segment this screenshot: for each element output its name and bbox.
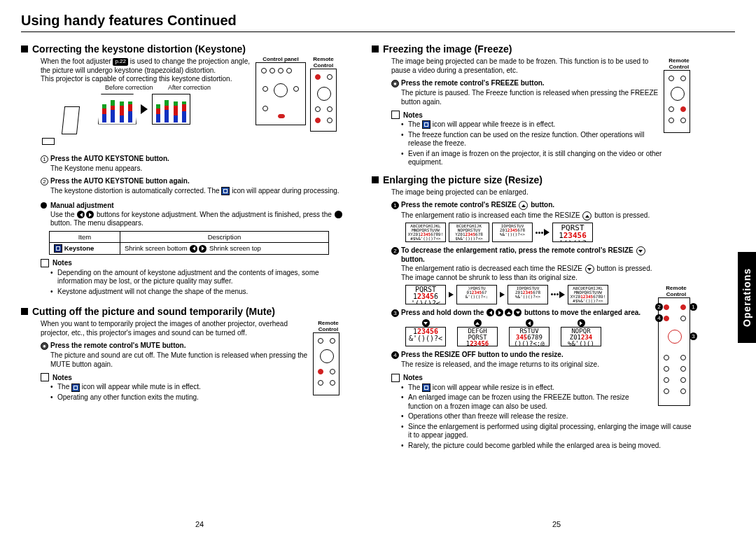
page-numbers: 24 25 xyxy=(21,520,735,528)
resize-notes: The icon will appear while resize is in … xyxy=(401,384,694,451)
page-ref-badge: p.22 xyxy=(113,58,128,66)
resize-intro: The image being projected can be enlarge… xyxy=(391,188,694,197)
resize-up-icon xyxy=(582,211,592,220)
mute-intro: When you want to temporarily project the… xyxy=(41,320,314,337)
keystone-correction-illustration: Before correction After correction xyxy=(42,84,344,150)
remote-label-2: Remote Control xyxy=(313,320,344,332)
left-button-icon xyxy=(77,211,85,218)
freeze-heading: Freezing the image (Freeze) xyxy=(372,43,694,55)
down-button-icon xyxy=(422,319,430,327)
left-button-icon xyxy=(486,309,494,316)
right-button-icon xyxy=(199,245,206,253)
mute-status-icon xyxy=(71,384,80,392)
resize-enlarge-illustration: ABCDEFGHIJKLMNOPQRSTUVWXYZ0123456789!#$%… xyxy=(405,223,654,242)
resize-shrink-illustration: PQRST123456'()()?< )PQRSTU01234567&'()()… xyxy=(405,285,654,304)
resize-down-icon xyxy=(585,265,594,274)
down-button-icon xyxy=(514,309,522,316)
remote-label-1: Remote Control xyxy=(310,56,337,69)
resize-up-icon xyxy=(519,201,528,210)
resize-step-4: 4 Press the RESIZE OFF button to undo th… xyxy=(391,351,654,359)
freeze-notes-head: Notes xyxy=(391,111,659,119)
remote-label-3: Remote Control xyxy=(664,57,694,70)
resize-down-icon xyxy=(636,246,645,255)
remote-label-4: Remote Control xyxy=(658,285,694,297)
keystone-step-2: 2 Press the AUTO KEYSTONE button again. xyxy=(41,177,344,185)
mute-step-1: ● Press the remote control's MUTE button… xyxy=(41,342,309,350)
page-title: Using handy features Continued xyxy=(21,13,735,32)
resize-status-icon xyxy=(422,384,430,392)
left-button-icon xyxy=(526,319,533,327)
arrow-right-icon xyxy=(141,104,148,114)
right-button-icon xyxy=(578,319,585,327)
freeze-intro: The image being projected can be made to… xyxy=(391,57,657,75)
resize-heading: Enlarging the picture size (Resize) xyxy=(372,174,694,185)
manual-adjustment-head: Manual adjustment xyxy=(41,202,344,209)
keystone-item-icon xyxy=(54,244,62,253)
left-button-icon xyxy=(190,245,197,253)
keystone-intro: When the foot adjuster p.22 is used to c… xyxy=(41,57,251,84)
resize-move-illustration: 123456&'()()?< DEFGHPQRST123456 RSTUV345… xyxy=(405,319,654,347)
mute-heading: Cutting off the picture and sound tempor… xyxy=(21,306,344,317)
mute-notes-head: Notes xyxy=(41,373,309,381)
freeze-notes: The icon will appear while freeze is in … xyxy=(401,120,694,167)
keystone-notes: Depending on the amount of keystone adju… xyxy=(50,269,344,297)
resize-step-1: 1 Press the remote control's RESIZE butt… xyxy=(391,201,654,210)
keystone-notes-head: Notes xyxy=(41,259,344,267)
keystone-status-icon xyxy=(221,187,230,195)
keystone-step-1: 1 Press the AUTO KEYSTONE button. xyxy=(41,155,344,163)
mute-notes: The icon will appear while mute is in ef… xyxy=(50,383,344,402)
control-panel-label: Control panel xyxy=(255,56,306,62)
up-button-icon xyxy=(505,309,512,316)
resize-notes-head: Notes xyxy=(391,374,654,382)
resize-step-3: 3 Press and hold down the buttons to mov… xyxy=(391,309,654,317)
freeze-step-1: ● Press the remote control's FREEZE butt… xyxy=(391,79,659,87)
up-button-icon xyxy=(474,319,482,327)
keystone-heading: Correcting the keystone distortion (Keys… xyxy=(21,43,344,55)
right-button-icon xyxy=(496,309,503,316)
enter-button-icon xyxy=(335,211,342,218)
freeze-status-icon xyxy=(422,120,430,129)
resize-step-2: 2 To decrease the enlargement ratio, pre… xyxy=(391,246,654,263)
keystone-table: ItemDescription Keystone Shrink screen b… xyxy=(49,231,329,255)
operations-tab: Operations xyxy=(738,252,756,343)
right-button-icon xyxy=(86,211,94,218)
